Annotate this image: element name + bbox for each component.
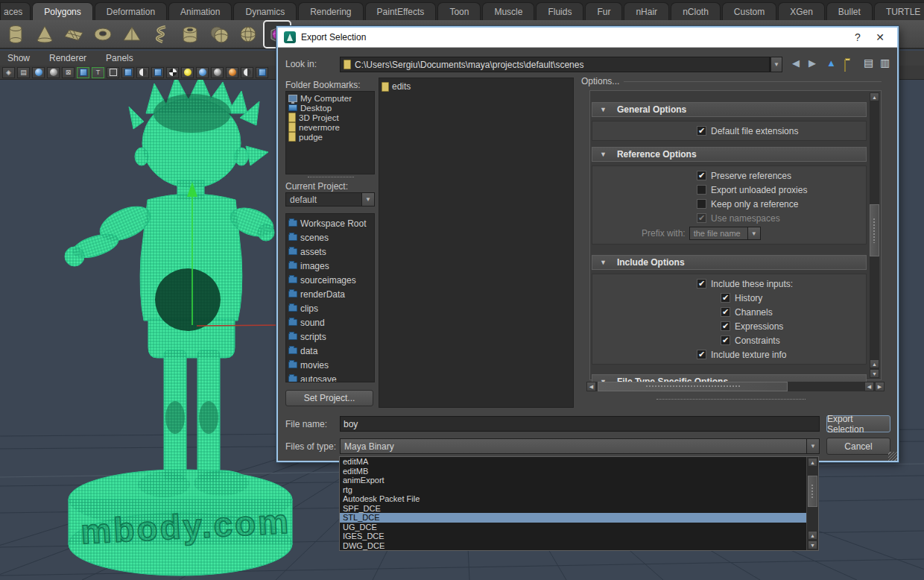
section-reference-options[interactable]: ▼ Reference Options xyxy=(592,147,867,162)
wireframe-icon[interactable] xyxy=(107,67,119,78)
workspace-item[interactable]: renderData xyxy=(286,287,374,301)
close-button[interactable]: ✕ xyxy=(869,31,891,43)
checkbox-unchecked[interactable] xyxy=(697,199,706,209)
section-general-options[interactable]: ▼ General Options xyxy=(592,102,867,117)
option-export-unloaded-proxies[interactable]: Export unloaded proxies xyxy=(592,183,866,197)
workspace-folder-list[interactable]: Workspace Root scenes assets images sour… xyxy=(285,213,375,382)
tab-turtle[interactable]: TURTLE xyxy=(874,2,924,20)
tab-fur[interactable]: Fur xyxy=(585,2,622,20)
film-gate-icon[interactable]: ▤ xyxy=(17,67,30,78)
field-chart-icon[interactable]: ⊠ xyxy=(62,67,75,78)
shaded-icon[interactable] xyxy=(121,67,134,78)
look-in-dropdown-button[interactable]: ▼ xyxy=(770,57,782,72)
workspace-item[interactable]: scenes xyxy=(286,230,374,245)
workspace-item[interactable]: images xyxy=(286,259,374,273)
checkbox-checked[interactable]: ✔ xyxy=(721,307,730,317)
tab-painteffects[interactable]: PaintEffects xyxy=(365,2,437,20)
polygon-torus-icon[interactable] xyxy=(90,22,116,47)
checker-material-icon[interactable] xyxy=(166,67,179,78)
option-preserve-references[interactable]: ✔ Preserve references xyxy=(592,168,866,183)
type-option-editma[interactable]: editMA xyxy=(340,457,806,467)
option-constraints[interactable]: ✔ Constraints xyxy=(592,333,866,347)
checkbox-checked[interactable]: ✔ xyxy=(721,321,730,331)
polygon-pyramid-icon[interactable] xyxy=(119,22,145,47)
wireframe-boy-model[interactable]: mbody.com xyxy=(65,80,292,576)
section-include-options[interactable]: ▼ Include Options xyxy=(592,255,867,270)
textured-icon[interactable] xyxy=(136,67,149,78)
safe-title-icon[interactable]: T xyxy=(92,67,104,78)
file-item-edits[interactable]: edits xyxy=(379,81,573,92)
checkbox-checked[interactable]: ✔ xyxy=(721,293,730,303)
type-option-iges-dce[interactable]: IGES_DCE xyxy=(340,532,806,541)
ao-icon[interactable] xyxy=(226,67,238,78)
option-keep-only-a-reference[interactable]: Keep only a reference xyxy=(592,197,866,211)
scroll-right-icon[interactable]: ▶ xyxy=(875,382,885,391)
new-folder-icon[interactable] xyxy=(844,60,846,72)
option-expressions[interactable]: ✔ Expressions xyxy=(592,319,866,333)
scroll-up-icon[interactable]: ▲ xyxy=(870,92,879,101)
polygon-sphere-projected-icon[interactable] xyxy=(206,22,232,47)
bookmark-desktop[interactable]: Desktop xyxy=(286,103,374,113)
workspace-item[interactable]: sourceimages xyxy=(286,273,374,287)
checkbox-checked[interactable]: ✔ xyxy=(697,171,706,180)
dialog-title-bar[interactable]: Export Selection ? ✕ xyxy=(278,28,897,48)
type-option-animexport[interactable]: animExport xyxy=(340,476,806,485)
polygon-plane-icon[interactable] xyxy=(61,22,86,47)
polygon-cone-icon[interactable] xyxy=(32,22,57,47)
resize-grip[interactable] xyxy=(888,452,897,461)
bookmark-my-computer[interactable]: My Computer xyxy=(286,93,374,103)
type-option-autodesk-packet-file[interactable]: Autodesk Packet File xyxy=(340,494,806,504)
bookmark-3d-project[interactable]: 3D Project xyxy=(286,113,374,122)
tab-toon[interactable]: Toon xyxy=(437,2,481,20)
checkbox-checked[interactable]: ✔ xyxy=(721,335,730,345)
menu-show[interactable]: Show xyxy=(7,53,30,63)
current-project-combo[interactable]: default ▼ xyxy=(285,192,375,207)
file-browser-list[interactable]: edits xyxy=(379,78,574,408)
tab-bullet[interactable]: Bullet xyxy=(826,2,873,20)
resolution-gate-icon[interactable] xyxy=(32,67,45,78)
option-include-texture-info[interactable]: ✔ Include texture info xyxy=(592,347,866,362)
scroll-left-icon[interactable]: ◀ xyxy=(586,382,596,391)
scroll-down-icon[interactable]: ▼ xyxy=(808,540,817,549)
bookmark-pudge[interactable]: pudge xyxy=(286,132,374,142)
dropdown-scrollbar[interactable]: ▲ ▲ ▼ xyxy=(806,457,818,550)
forward-icon[interactable]: ▶ xyxy=(808,57,816,69)
tab-surfaces-partial[interactable]: aces xyxy=(0,2,31,20)
options-horizontal-scrollbar[interactable]: ◀ ◀ ▶ xyxy=(586,382,885,391)
checkbox-checked[interactable]: ✔ xyxy=(697,126,706,136)
tab-muscle[interactable]: Muscle xyxy=(482,2,534,20)
workspace-item[interactable]: clips xyxy=(286,301,374,315)
look-in-path-field[interactable]: C:\Users\Sergiu\Documents\maya\projects\… xyxy=(340,57,770,72)
scroll-up-icon[interactable]: ▲ xyxy=(870,359,879,368)
set-project-button[interactable]: Set Project... xyxy=(285,390,373,406)
tab-custom[interactable]: Custom xyxy=(722,2,776,20)
tab-dynamics[interactable]: Dynamics xyxy=(233,2,297,20)
tab-fluids[interactable]: Fluids xyxy=(536,2,583,20)
option-history[interactable]: ✔ History xyxy=(592,291,866,305)
type-option-ug-dce[interactable]: UG_DCE xyxy=(340,523,806,532)
type-option-rtg[interactable]: rtg xyxy=(340,485,806,495)
workspace-item[interactable]: sound xyxy=(286,315,374,330)
motion-blur-icon[interactable] xyxy=(241,67,253,78)
up-directory-icon[interactable]: ▲ xyxy=(826,57,836,69)
safe-action-icon[interactable] xyxy=(77,67,89,78)
workspace-item[interactable]: scripts xyxy=(286,330,374,344)
isolate-select-icon[interactable] xyxy=(256,67,268,78)
options-vertical-scrollbar[interactable]: ▲ ▲ ▼ xyxy=(870,92,879,378)
checkbox-unchecked[interactable] xyxy=(697,185,706,195)
tab-animation[interactable]: Animation xyxy=(168,2,232,20)
file-name-input[interactable]: boy xyxy=(340,416,820,432)
tab-xgen[interactable]: XGen xyxy=(778,2,825,20)
polygon-cylinder-icon[interactable] xyxy=(3,22,28,47)
type-option-dwg-dce[interactable]: DWG_DCE xyxy=(340,541,806,551)
checkbox-checked[interactable]: ✔ xyxy=(697,279,706,289)
workspace-item[interactable]: movies xyxy=(286,358,374,372)
scroll-down-icon[interactable]: ▼ xyxy=(870,369,879,378)
export-selection-button[interactable]: Export Selection xyxy=(826,415,890,432)
type-option-spf-dce[interactable]: SPF_DCE xyxy=(340,504,806,514)
lighting-icon[interactable] xyxy=(181,67,194,78)
detail-view-icon[interactable]: ▥ xyxy=(880,57,890,69)
type-option-stl-dce-selected[interactable]: STL_DCE xyxy=(340,513,806,523)
workspace-item[interactable]: assets xyxy=(286,245,374,259)
tab-nhair[interactable]: nHair xyxy=(624,2,669,20)
